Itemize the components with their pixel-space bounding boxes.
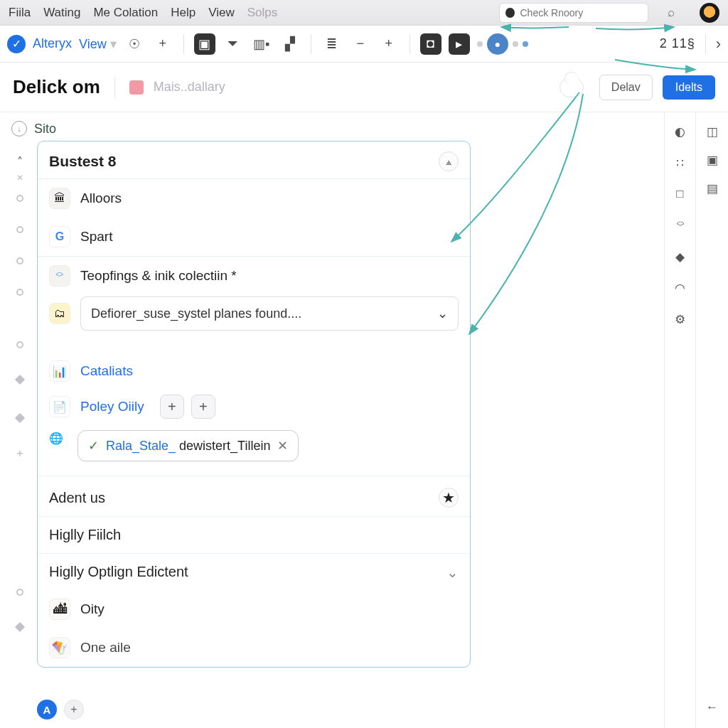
menu-help[interactable]: Help <box>171 6 196 20</box>
row-alloors[interactable]: 🏛 Alloors <box>38 179 470 218</box>
oity-icon: 🏙 <box>49 599 70 620</box>
chevron-down-icon: ⌄ <box>446 564 459 581</box>
menu-solps: Solps <box>247 6 278 20</box>
row-defiorer: 🗂 Defiorer_suse_systel planes found.... … <box>38 295 470 332</box>
tool-columns-icon[interactable]: ▥▪ <box>251 33 272 55</box>
sito-label: Sito <box>34 122 56 136</box>
chevron-down-icon: ⌄ <box>437 306 448 321</box>
row-spart[interactable]: G Spart <box>38 218 470 256</box>
back-icon[interactable]: ← <box>705 700 720 715</box>
timeline-add-icon[interactable]: + <box>16 447 23 460</box>
menu-mecolation[interactable]: Me Colation <box>93 6 158 20</box>
pin-icon[interactable]: ⟁ <box>439 151 459 171</box>
overflow-chevron-icon[interactable]: › <box>716 35 721 53</box>
user-chip-a[interactable]: A <box>37 700 57 719</box>
view-dropdown[interactable]: View ▾ <box>79 36 117 52</box>
row-oity[interactable]: 🏙 Oity <box>38 590 470 628</box>
toolbar: ✓ Alteryx View ▾ ☉ + ▣ ⏷ ▥▪ ▞ ≣ − + ◘ ▸ … <box>0 26 728 63</box>
idelts-button[interactable]: Idelts <box>663 75 715 100</box>
sito-row[interactable]: ↓ Sito <box>11 121 664 136</box>
brand-label[interactable]: Alteryx <box>33 36 72 51</box>
collapse-icon[interactable]: ˄ <box>17 155 23 168</box>
timeline-dot[interactable] <box>16 257 23 264</box>
avatar[interactable] <box>700 3 719 23</box>
plus-icon[interactable]: + <box>152 33 173 55</box>
gear-icon[interactable]: ⚙ <box>673 311 688 327</box>
picture-icon[interactable]: ▣ <box>705 152 720 168</box>
row-cataliats[interactable]: 📊 Cataliats <box>38 352 470 390</box>
timeline-dot[interactable] <box>16 195 23 202</box>
subtitle-icon <box>129 80 144 95</box>
menu-fiila[interactable]: Fiila <box>9 6 31 20</box>
poley-add1-button[interactable]: + <box>160 395 184 419</box>
globe-icon: 🌐 <box>49 432 70 453</box>
poley-add2-button[interactable]: + <box>191 395 215 419</box>
square-icon[interactable]: □ <box>673 186 688 202</box>
tool-list-icon[interactable]: ≣ <box>321 33 343 55</box>
menu-wating[interactable]: Wating <box>43 6 80 20</box>
timeline-diamond-icon[interactable] <box>15 622 25 632</box>
bustest-card: Bustest 8 ⟁ 🏛 Alloors G Spart ⌔ Teopfing… <box>37 141 471 668</box>
sito-badge-icon: ↓ <box>11 121 27 136</box>
page-header: Delick om Mais..dallary Delav Idelts <box>0 63 728 112</box>
tool-camera-icon[interactable]: ▣ <box>194 33 215 55</box>
main: ↓ Sito ˄ ✕ + Bustest 8 ⟁ <box>0 112 728 728</box>
menu-view[interactable]: View <box>208 6 235 20</box>
delav-button[interactable]: Delav <box>599 75 653 100</box>
right-rail-outer: ◫ ▣ ▤ ← <box>695 112 728 728</box>
search-icon[interactable]: ⌕ <box>661 3 681 23</box>
tag-icon[interactable]: ◆ <box>673 249 688 264</box>
outline-column: ˄ ✕ + <box>11 155 28 728</box>
toolbar-counter: 2 11§ <box>660 36 695 51</box>
page-arrow-icon: 📄 <box>49 396 70 417</box>
timeline-dot[interactable] <box>16 341 23 348</box>
timeline-dot[interactable] <box>16 589 23 596</box>
alloors-icon: 🏛 <box>49 188 70 209</box>
wifi-icon: ⌔ <box>49 265 70 287</box>
presence-dots: ● <box>477 33 528 55</box>
grid-icon[interactable]: ∷ <box>673 155 688 171</box>
section-higlly-optlign[interactable]: Higlly Optlign Edictent ⌄ <box>38 553 470 590</box>
cloud-icon[interactable] <box>560 77 584 97</box>
timeline-dot[interactable] <box>16 226 23 233</box>
section-adent[interactable]: Adent us ★ <box>38 476 470 516</box>
one-aile-icon: 🪁 <box>49 637 70 658</box>
menubar: Fiila Wating Me Colation Help View Solps… <box>0 0 728 26</box>
tool-filter-icon[interactable]: ⏷ <box>223 33 244 55</box>
card-title: Bustest 8 <box>49 153 117 170</box>
row-one-aile[interactable]: 🪁 One aile <box>38 628 470 667</box>
tool-shapes-icon[interactable]: ▞ <box>279 33 301 55</box>
clock-icon[interactable]: ◐ <box>673 124 688 139</box>
save-icon[interactable]: ▤ <box>705 181 720 196</box>
basket-icon[interactable]: ☉ <box>124 33 145 55</box>
defiorer-dropdown[interactable]: Defiorer_suse_systel planes found.... ⌄ <box>80 296 459 331</box>
row-poley[interactable]: 📄 Poley Oiily + + <box>38 390 470 427</box>
row-teopfings[interactable]: ⌔ Teopfings & inik colectiin * <box>38 257 470 295</box>
close-icon[interactable]: ✕ <box>277 438 288 454</box>
tool-square-icon[interactable]: ◘ <box>420 33 441 55</box>
star-icon[interactable]: ★ <box>439 488 459 508</box>
timeline-diamond-icon[interactable] <box>15 375 25 385</box>
canvas: ↓ Sito ˄ ✕ + Bustest 8 ⟁ <box>0 112 664 728</box>
rala-stale-chip[interactable]: ✓ Rala_Stale_ dewistert_Tillein ✕ <box>77 430 299 461</box>
bottom-chips: A + <box>37 700 84 719</box>
section-higlly-fiilch[interactable]: Higlly Fiilch <box>38 516 470 553</box>
check-icon: ✓ <box>88 438 99 454</box>
add-chip-button[interactable]: + <box>64 700 84 719</box>
page-title: Delick om <box>13 76 100 98</box>
tool-minus-icon[interactable]: − <box>350 33 371 55</box>
search-input[interactable] <box>520 7 643 18</box>
headphones-icon[interactable]: ◠ <box>673 280 688 296</box>
notif-badge-icon[interactable]: ● <box>487 33 508 55</box>
timeline-diamond-icon[interactable] <box>15 413 25 423</box>
google-icon: G <box>49 226 70 247</box>
page-subtitle: Mais..dallary <box>154 80 225 95</box>
wifi2-icon[interactable]: ⌔ <box>673 218 688 233</box>
tool-plus2-icon[interactable]: + <box>378 33 400 55</box>
global-search[interactable] <box>499 3 648 23</box>
tool-arrow-icon[interactable]: ▸ <box>449 33 470 55</box>
timeline-dot[interactable] <box>16 289 23 296</box>
chart2-icon[interactable]: ◫ <box>705 124 720 139</box>
status-check-icon[interactable]: ✓ <box>7 35 26 53</box>
folder-icon: 🗂 <box>49 303 70 324</box>
